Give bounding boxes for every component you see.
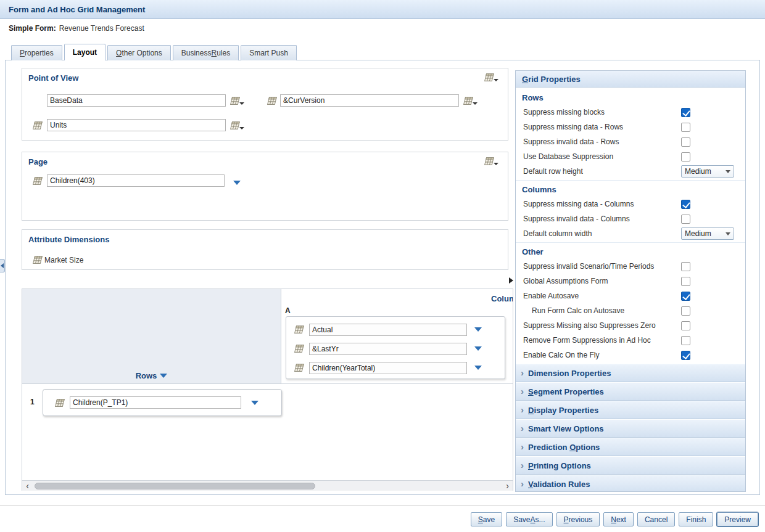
tab-strip: Properties Layout Other Options Business… [11, 44, 299, 60]
dimension-icon [463, 96, 473, 106]
next-button[interactable]: Next [603, 512, 634, 526]
property-row: Run Form Calc on Autosave [516, 303, 745, 318]
dimension-icon [267, 96, 277, 106]
row-number: 1 [30, 398, 35, 406]
member-selector-icon[interactable] [230, 120, 244, 131]
chevron-down-icon [239, 127, 244, 129]
member-dropdown-arrow[interactable] [474, 346, 482, 351]
page-actions-icon[interactable] [484, 156, 498, 166]
property-row: Suppress Missing also Suppresses Zero [516, 318, 745, 333]
checkbox-suppress-missing-data-columns[interactable] [681, 200, 690, 209]
row-members-box [43, 389, 282, 416]
tab-properties[interactable]: Properties [11, 45, 62, 60]
property-row: Suppress missing data - Columns [516, 197, 745, 211]
member-dropdown-arrow[interactable] [474, 366, 482, 370]
collapse-right-handle[interactable] [509, 276, 515, 285]
column-member-row [286, 320, 505, 339]
horizontal-scrollbar[interactable]: ‹ › [22, 480, 513, 491]
pov-actions-icon[interactable] [484, 72, 498, 83]
rows-header: Rows [22, 371, 281, 380]
checkbox-global-assumptions-form[interactable] [681, 277, 690, 286]
checkbox-suppress-invalid-scenario-time-periods[interactable] [681, 262, 690, 271]
member-dropdown-arrow[interactable] [251, 401, 258, 405]
checkbox-use-database-suppression[interactable] [681, 152, 690, 162]
column-member-input[interactable] [309, 362, 467, 374]
accordion-segment-properties[interactable]: › Segment Properties [516, 382, 745, 401]
checkbox-enable-calc-on-the-fly[interactable] [681, 351, 690, 360]
collapse-left-handle[interactable] [0, 259, 5, 272]
scrollbar-thumb[interactable] [35, 483, 315, 489]
accordion-smart-view-options[interactable]: › Smart View Options [516, 419, 745, 438]
accordion-title: Dimension Properties [528, 369, 611, 378]
previous-button[interactable]: Previous [556, 512, 600, 526]
accordion-printing-options[interactable]: › Printing Options [516, 456, 745, 475]
cancel-button[interactable]: Cancel [637, 512, 675, 526]
member-selector-icon[interactable] [230, 96, 244, 106]
default-row-height-select[interactable]: Medium [681, 165, 734, 178]
property-label: Suppress invalid Scenario/Time Periods [523, 262, 681, 271]
chevron-right-icon: › [521, 442, 524, 451]
checkbox-suppress-missing-also-suppresses-zero[interactable] [681, 321, 690, 330]
property-label: Suppress invalid data - Rows [523, 137, 681, 146]
rows-dropdown-arrow[interactable] [160, 374, 167, 378]
default-column-width-select[interactable]: Medium [681, 227, 734, 240]
pov-member-input-curversion[interactable] [280, 94, 459, 107]
checkbox-run-form-calc-on-autosave[interactable] [681, 306, 690, 316]
property-row: Default row height Medium [516, 164, 745, 179]
column-member-input[interactable] [309, 324, 467, 336]
chevron-down-icon [726, 170, 730, 173]
content-frame: Point of View [5, 60, 760, 495]
scroll-right-button[interactable]: › [502, 481, 513, 491]
tab-layout[interactable]: Layout [64, 44, 105, 60]
dimension-icon [230, 96, 240, 106]
accordion-dimension-properties[interactable]: › Dimension Properties [516, 364, 745, 382]
member-selector-icon[interactable] [463, 96, 478, 106]
accordion-validation-rules[interactable]: › Validation Rules [516, 475, 745, 492]
chevron-down-icon [494, 163, 498, 165]
row-member-input[interactable] [70, 396, 241, 409]
pov-member-input-units[interactable] [47, 119, 226, 131]
checkbox-remove-form-suppressions-in-ad-hoc[interactable] [681, 336, 690, 345]
checkbox-suppress-invalid-data-rows[interactable] [681, 137, 690, 147]
save-as-button[interactable]: Save As... [506, 512, 552, 526]
column-member-row [286, 339, 505, 358]
checkbox-enable-autosave[interactable] [681, 292, 690, 301]
grid-columns-region: Columns A [281, 289, 513, 384]
property-label: Suppress missing data - Columns [523, 200, 681, 208]
app-window: Form and Ad Hoc Grid Management Simple F… [0, 0, 765, 532]
tab-other-options[interactable]: Other Options [107, 45, 171, 60]
property-label: Enable Calc On the Fly [523, 351, 681, 359]
page-member-dropdown-arrow[interactable] [233, 178, 241, 187]
finish-button[interactable]: Finish [679, 512, 713, 526]
property-row: Default column width Medium [516, 226, 745, 241]
collapse-left-icon [1, 263, 4, 268]
scrollbar-track[interactable] [33, 481, 502, 491]
dimension-icon [294, 324, 304, 335]
footer-buttons: Save Save As... Previous Next Cancel Fin… [471, 512, 758, 526]
property-label: Suppress missing data - Rows [523, 123, 681, 131]
select-value: Medium [685, 229, 711, 238]
grid-properties-title: Grid Properties [522, 75, 581, 84]
tab-smart-push[interactable]: Smart Push [241, 45, 297, 60]
checkbox-suppress-missing-blocks[interactable] [681, 108, 690, 117]
chevron-down-icon [494, 79, 498, 81]
property-row: Suppress invalid data - Rows [516, 134, 745, 149]
scroll-left-button[interactable]: ‹ [22, 481, 33, 491]
accordion-prediction-options[interactable]: › Prediction Options [516, 438, 745, 456]
tab-business-rules[interactable]: Business Rules [173, 45, 239, 60]
checkbox-suppress-missing-data-rows[interactable] [681, 123, 690, 132]
member-dropdown-arrow[interactable] [474, 327, 482, 332]
preview-button[interactable]: Preview [717, 512, 758, 526]
page-member-input[interactable] [47, 174, 225, 187]
column-band-label: A [285, 306, 291, 315]
section-divider [516, 180, 745, 181]
save-button[interactable]: Save [471, 512, 502, 526]
dimension-icon [484, 156, 494, 166]
accordion-title: Smart View Options [528, 424, 604, 433]
pov-member-input-basedata[interactable] [47, 94, 226, 107]
chevron-right-icon: › [521, 424, 524, 433]
accordion-display-properties[interactable]: › Display Properties [516, 401, 745, 419]
column-member-input[interactable] [309, 343, 467, 355]
checkbox-suppress-invalid-data-columns[interactable] [681, 215, 690, 224]
property-label: Suppress missing blocks [523, 108, 681, 117]
